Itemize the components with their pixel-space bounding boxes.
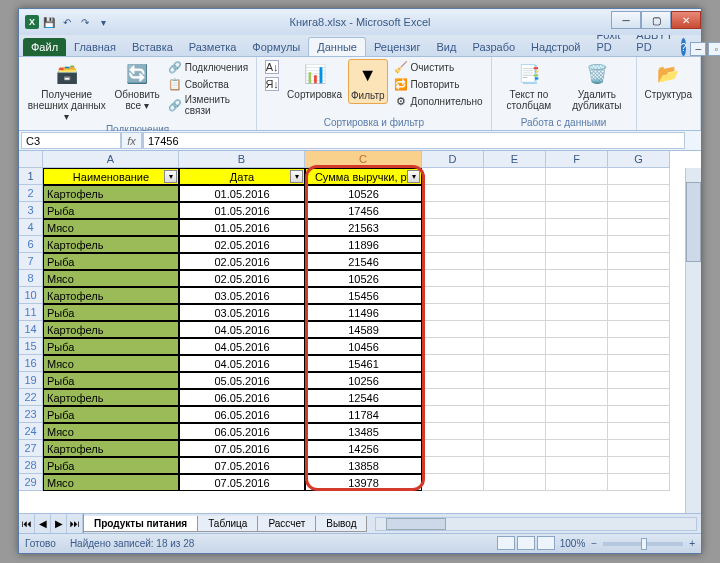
tab-addins[interactable]: Надстрой — [523, 38, 588, 56]
cell-name[interactable]: Мясо — [43, 474, 179, 491]
empty-cell[interactable] — [608, 168, 670, 185]
sheet-tab-3[interactable]: Рассчет — [257, 516, 316, 532]
empty-cell[interactable] — [608, 287, 670, 304]
row-header-28[interactable]: 28 — [19, 457, 43, 474]
cell-name[interactable]: Рыба — [43, 202, 179, 219]
cell-name[interactable]: Мясо — [43, 355, 179, 372]
undo-button[interactable]: ↶ — [59, 14, 75, 30]
text-to-columns-button[interactable]: 📑 Текст по столбцам — [498, 59, 561, 113]
empty-cell[interactable] — [484, 474, 546, 491]
col-header-D[interactable]: D — [422, 151, 484, 168]
empty-cell[interactable] — [608, 338, 670, 355]
empty-cell[interactable] — [608, 406, 670, 423]
row-header-11[interactable]: 11 — [19, 304, 43, 321]
tab-view[interactable]: Вид — [429, 38, 465, 56]
empty-cell[interactable] — [484, 440, 546, 457]
empty-cell[interactable] — [546, 253, 608, 270]
tab-data[interactable]: Данные — [308, 37, 366, 56]
empty-cell[interactable] — [546, 287, 608, 304]
grid[interactable]: ABCDEFG1Наименование▾Дата▾Сумма выручки,… — [19, 151, 701, 491]
cell-date[interactable]: 01.05.2016 — [179, 202, 305, 219]
empty-cell[interactable] — [422, 287, 484, 304]
empty-cell[interactable] — [608, 236, 670, 253]
cell-date[interactable]: 01.05.2016 — [179, 219, 305, 236]
formula-input[interactable]: 17456 — [143, 132, 685, 149]
filter-button[interactable]: ▼ Фильтр — [348, 59, 388, 104]
empty-cell[interactable] — [546, 338, 608, 355]
empty-cell[interactable] — [484, 219, 546, 236]
empty-cell[interactable] — [608, 202, 670, 219]
row-header-10[interactable]: 10 — [19, 287, 43, 304]
save-button[interactable]: 💾 — [41, 14, 57, 30]
cell-date[interactable]: 06.05.2016 — [179, 406, 305, 423]
empty-cell[interactable] — [546, 185, 608, 202]
empty-cell[interactable] — [422, 321, 484, 338]
sheet-prev[interactable]: ◀ — [35, 514, 51, 533]
zoom-slider[interactable] — [603, 542, 683, 546]
sheet-first[interactable]: ⏮ — [19, 514, 35, 533]
empty-cell[interactable] — [608, 372, 670, 389]
empty-cell[interactable] — [422, 372, 484, 389]
empty-cell[interactable] — [608, 270, 670, 287]
sheet-tab-4[interactable]: Вывод — [315, 516, 367, 532]
cell-name[interactable]: Рыба — [43, 406, 179, 423]
cell-date[interactable]: 05.05.2016 — [179, 372, 305, 389]
empty-cell[interactable] — [484, 236, 546, 253]
empty-cell[interactable] — [546, 270, 608, 287]
empty-cell[interactable] — [608, 321, 670, 338]
cell-name[interactable]: Картофель — [43, 389, 179, 406]
cell-date[interactable]: 03.05.2016 — [179, 304, 305, 321]
tab-layout[interactable]: Разметка — [181, 38, 245, 56]
reapply-button[interactable]: 🔁Повторить — [392, 76, 485, 92]
empty-cell[interactable] — [484, 287, 546, 304]
cell-date[interactable]: 04.05.2016 — [179, 338, 305, 355]
col-header-B[interactable]: B — [179, 151, 305, 168]
row-header-2[interactable]: 2 — [19, 185, 43, 202]
cell-sum[interactable]: 11784 — [305, 406, 422, 423]
cell-sum[interactable]: 13485 — [305, 423, 422, 440]
hscroll-thumb[interactable] — [386, 518, 446, 530]
cell-date[interactable]: 07.05.2016 — [179, 457, 305, 474]
inner-restore[interactable]: ▫ — [708, 42, 720, 56]
cell-name[interactable]: Рыба — [43, 457, 179, 474]
header-name[interactable]: Наименование▾ — [43, 168, 179, 185]
zoom-out[interactable]: − — [591, 538, 597, 549]
cell-date[interactable]: 06.05.2016 — [179, 423, 305, 440]
sheet-last[interactable]: ⏭ — [67, 514, 83, 533]
empty-cell[interactable] — [422, 440, 484, 457]
tab-review[interactable]: Рецензиг — [366, 38, 429, 56]
cell-name[interactable]: Картофель — [43, 440, 179, 457]
name-box[interactable]: C3 — [21, 132, 121, 149]
cell-date[interactable]: 04.05.2016 — [179, 321, 305, 338]
cell-date[interactable]: 04.05.2016 — [179, 355, 305, 372]
empty-cell[interactable] — [422, 389, 484, 406]
tab-file[interactable]: Файл — [23, 38, 66, 56]
cell-date[interactable]: 07.05.2016 — [179, 474, 305, 491]
cell-sum[interactable]: 14589 — [305, 321, 422, 338]
tab-home[interactable]: Главная — [66, 38, 124, 56]
vertical-scrollbar[interactable] — [685, 168, 701, 513]
row-header-8[interactable]: 8 — [19, 270, 43, 287]
cell-date[interactable]: 02.05.2016 — [179, 236, 305, 253]
col-header-C[interactable]: C — [305, 151, 422, 168]
outline-button[interactable]: 📂 Структура — [643, 59, 694, 102]
cell-date[interactable]: 01.05.2016 — [179, 185, 305, 202]
refresh-all-button[interactable]: 🔄 Обновить все ▾ — [113, 59, 162, 113]
sort-asc-button[interactable]: А↓ — [263, 59, 281, 75]
row-header-16[interactable]: 16 — [19, 355, 43, 372]
empty-cell[interactable] — [422, 253, 484, 270]
empty-cell[interactable] — [422, 338, 484, 355]
empty-cell[interactable] — [484, 355, 546, 372]
header-sum[interactable]: Сумма выручки, ру▾ — [305, 168, 422, 185]
empty-cell[interactable] — [608, 440, 670, 457]
empty-cell[interactable] — [422, 219, 484, 236]
empty-cell[interactable] — [422, 474, 484, 491]
filter-dropdown-a[interactable]: ▾ — [164, 170, 177, 183]
row-header-1[interactable]: 1 — [19, 168, 43, 185]
cell-sum[interactable]: 10456 — [305, 338, 422, 355]
empty-cell[interactable] — [608, 423, 670, 440]
cell-sum[interactable]: 10256 — [305, 372, 422, 389]
cell-name[interactable]: Мясо — [43, 219, 179, 236]
sheet-tab-1[interactable]: Продукты питания — [83, 516, 198, 532]
redo-button[interactable]: ↷ — [77, 14, 93, 30]
